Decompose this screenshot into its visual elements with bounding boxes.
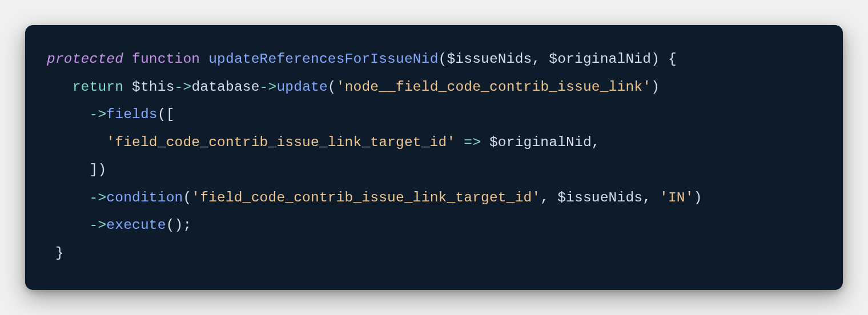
keyword-function: function	[132, 51, 200, 67]
fat-arrow: =>	[464, 135, 481, 150]
param-issueNids: $issueNids	[447, 51, 532, 67]
close-paren: )	[694, 190, 702, 205]
var-this: $this	[132, 79, 175, 95]
string-target-id: 'field_code_contrib_issue_link_target_id…	[106, 135, 455, 150]
string-target-id2: 'field_code_contrib_issue_link_target_id…	[191, 190, 540, 205]
open-brace: {	[668, 51, 677, 67]
keyword-return: return	[73, 79, 123, 95]
semicolon: ;	[183, 217, 191, 233]
open-paren: (	[328, 79, 336, 95]
code-content: protected function updateReferencesForIs…	[47, 46, 821, 267]
var-issueNids: $issueNids	[557, 190, 642, 205]
var-originalNid: $originalNid	[489, 135, 592, 150]
arrow-operator: ->	[90, 107, 107, 122]
param-originalNid: $originalNid	[549, 51, 651, 67]
close-paren: )	[651, 79, 660, 95]
arrow-operator: ->	[260, 79, 277, 95]
method-update: update	[276, 79, 327, 95]
string-in: 'IN'	[660, 190, 694, 205]
keyword-protected: protected	[47, 51, 123, 67]
method-condition: condition	[106, 190, 183, 205]
open-paren: (	[183, 190, 191, 205]
close-paren: )	[651, 51, 660, 67]
string-table: 'node__field_code_contrib_issue_link'	[336, 79, 651, 95]
code-block-card: protected function updateReferencesForIs…	[25, 25, 843, 290]
close-brace: }	[55, 245, 64, 261]
open-bracket: [	[166, 107, 175, 122]
method-fields: fields	[106, 107, 157, 122]
comma: ,	[532, 51, 540, 67]
open-paren: (	[166, 217, 175, 233]
arrow-operator: ->	[90, 217, 107, 233]
comma: ,	[642, 190, 651, 205]
method-execute: execute	[106, 217, 166, 233]
open-paren: (	[439, 51, 447, 67]
comma: ,	[592, 135, 600, 150]
arrow-operator: ->	[90, 190, 107, 205]
prop-database: database	[191, 79, 259, 95]
close-paren: )	[175, 217, 183, 233]
close-paren: )	[98, 162, 106, 177]
comma: ,	[540, 190, 549, 205]
function-name: updateReferencesForIssueNid	[208, 51, 438, 67]
arrow-operator: ->	[175, 79, 192, 95]
open-paren: (	[158, 107, 166, 122]
close-bracket: ]	[90, 162, 98, 177]
